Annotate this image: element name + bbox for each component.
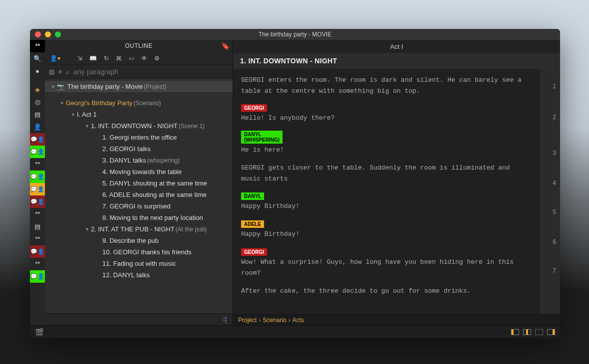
rail-person-icon[interactable]: 👤: [30, 121, 45, 133]
rail-chat-red-1[interactable]: 💬👤: [30, 133, 45, 146]
disclosure-icon[interactable]: ▼: [71, 112, 77, 117]
disclosure-icon[interactable]: ▼: [85, 227, 91, 232]
rail-chat-green-1[interactable]: 💬👤: [30, 146, 45, 158]
rail-clap2-icon[interactable]: ▤: [30, 220, 45, 233]
dialog-block-adele: ADELE Happy Birthday!: [241, 219, 532, 240]
filter-list-icon[interactable]: ▤: [49, 68, 54, 75]
scene2-meta: (At the pub): [176, 226, 207, 233]
tree-beat[interactable]: 5. DANYL shouting at the same time: [45, 178, 233, 189]
rail-chat-red-2[interactable]: 💬👤: [30, 195, 45, 208]
outline-header: OUTLINE 🔖: [45, 40, 233, 52]
tree-scene-2[interactable]: ▼ 2. INT. AT THE PUB - NIGHT (At the pub…: [45, 223, 233, 235]
rail-chat-green-3[interactable]: 💬👤: [30, 270, 45, 283]
titlebar: The birthday party - MOVIE: [30, 29, 560, 40]
rail-running-icon[interactable]: ᕯ: [30, 40, 45, 52]
script-body[interactable]: 1 2 3 4 5 6 7 GEORGI enters the room. Th…: [233, 69, 560, 314]
tree-beat[interactable]: 4. Moving towards the table: [45, 166, 233, 178]
tree-act[interactable]: ▼ I. Act 1: [45, 109, 233, 120]
editor-panel: Act I 1. INT. DOWNTOWN - NIGHT 1 2 3 4 5…: [233, 40, 560, 325]
project-label: The birthday party - Movie: [67, 83, 143, 90]
clapperboard-icon[interactable]: 🎬: [35, 328, 43, 336]
traffic-lights: [35, 31, 61, 37]
filter-lines-icon[interactable]: ≡: [58, 68, 62, 75]
window-body: ᕯ 🔍 ● ◈ ◎ ▤ 👤 💬👤 💬👤 ᕯ 💬👤 💬👤 💬👤 ᕯ ▤ ᕯ 💬👤 …: [30, 40, 560, 325]
view-mode-center[interactable]: [523, 329, 531, 335]
rail-running2-icon[interactable]: ᕯ: [30, 158, 45, 171]
tree-beat[interactable]: 11. Fading out with music: [45, 258, 233, 269]
crumb-project[interactable]: Project: [238, 317, 257, 324]
window-title: The birthday party - MOVIE: [30, 31, 560, 38]
outline-tree: ▼ 📷 The birthday party - Movie (Project)…: [45, 79, 233, 313]
rail-chat-green-2[interactable]: 💬👤: [30, 171, 45, 183]
tree-beat[interactable]: 3. DANYL talks(whispering): [45, 155, 233, 166]
left-icon-rail: ᕯ 🔍 ● ◈ ◎ ▤ 👤 💬👤 💬👤 ᕯ 💬👤 💬👤 💬👤 ᕯ ▤ ᕯ 💬👤 …: [30, 40, 45, 325]
rail-running5-icon[interactable]: ᕯ: [30, 258, 45, 270]
dialog-block-georgi-1: GEORGI Hello! Is anybody there?: [241, 103, 532, 124]
tree-scenario[interactable]: ▼ Georgi's Birthday Party (Scenario): [45, 97, 233, 109]
close-button[interactable]: [35, 31, 41, 37]
view-mode-left[interactable]: [511, 329, 519, 335]
rail-running3-icon[interactable]: ᕯ: [30, 208, 45, 220]
tree-project[interactable]: ▼ 📷 The birthday party - Movie (Project): [45, 81, 233, 92]
rail-clap-icon[interactable]: ▤: [30, 108, 45, 121]
rail-cube-icon[interactable]: ◈: [30, 83, 45, 96]
disclosure-icon[interactable]: ▼: [85, 124, 91, 129]
character-tag-georgi: GEORGI: [241, 248, 267, 256]
rail-target-icon[interactable]: ◎: [30, 96, 45, 108]
act-header: Act I: [233, 40, 560, 53]
rail-chat-red-3[interactable]: 💬👤: [30, 245, 45, 258]
tree-beat[interactable]: 8. Moving to the next party location: [45, 212, 233, 223]
character-tag-danyl: DANYL: [241, 192, 264, 200]
status-bar: 🎬: [30, 325, 560, 338]
toolbar-person-down-icon[interactable]: 👤▾: [50, 55, 60, 62]
outline-filter-row: ▤ ≡ ⌕: [45, 65, 233, 79]
tree-scene-1[interactable]: ▼ 1. INT. DOWNTOWN - NIGHT (Scene 1): [45, 120, 233, 132]
rail-search-icon[interactable]: 🔍: [30, 52, 45, 65]
rail-dot-icon[interactable]: ●: [30, 65, 45, 77]
tree-beat[interactable]: 1. Georgi enters the office: [45, 132, 233, 143]
toolbar-tree-icon[interactable]: ⇲: [77, 55, 82, 62]
tree-beat[interactable]: 12. DANYL talks: [45, 269, 233, 281]
dialog-block-danyl-2: DANYL Happy Birthday!: [241, 191, 532, 212]
rail-chat-orange[interactable]: 💬👤: [30, 183, 45, 195]
filter-input[interactable]: [73, 68, 229, 76]
scenario-meta: (Scenario): [133, 100, 161, 107]
zoom-button[interactable]: [55, 31, 61, 37]
toolbar-gear-icon[interactable]: ⚙: [154, 55, 160, 62]
outline-footer: ⢾: [45, 313, 233, 325]
toolbar-share-icon[interactable]: ⌘: [116, 55, 122, 62]
sliders-icon[interactable]: ⢾: [223, 316, 228, 323]
tree-beat[interactable]: 2. GEORGI talks: [45, 143, 233, 155]
tree-beat[interactable]: 9. Describe the pub: [45, 235, 233, 246]
view-mode-right[interactable]: [547, 329, 555, 335]
view-mode-none[interactable]: [535, 329, 543, 335]
script-content[interactable]: GEORGI enters the room. The room is dark…: [233, 69, 540, 314]
minimize-button[interactable]: [45, 31, 51, 37]
crumb-acts[interactable]: Acts: [293, 317, 304, 324]
toolbar-window-icon[interactable]: ▭: [129, 55, 134, 62]
filter-funnel-icon[interactable]: ⌕: [66, 68, 69, 75]
app-window: The birthday party - MOVIE ᕯ 🔍 ● ◈ ◎ ▤ 👤…: [30, 29, 560, 338]
bookmark-icon[interactable]: 🔖: [221, 42, 230, 50]
toolbar-refresh-icon[interactable]: ↻: [104, 55, 109, 62]
outline-toolbar: 👤▾ ⇲ 📖 ↻ ⌘ ▭ 👁 ⚙: [45, 52, 233, 65]
disclosure-icon[interactable]: ▼: [60, 101, 66, 106]
action-text: GEORGI gets closer to the table. Suddenl…: [241, 163, 532, 184]
tree-beat[interactable]: 6. ADELE shouting at the same time: [45, 189, 233, 200]
tree-beat[interactable]: 10. GEORGI thanks his friends: [45, 246, 233, 258]
tree-beat[interactable]: 7. GEORGI is surprised: [45, 200, 233, 212]
view-mode-icons: [511, 329, 555, 335]
scene1-label: 1. INT. DOWNTOWN - NIGHT: [91, 122, 178, 130]
breadcrumb: Project › Scenario › Acts: [233, 314, 560, 325]
rail-running4-icon[interactable]: ᕯ: [30, 233, 45, 245]
toolbar-book-icon[interactable]: 📖: [89, 55, 97, 62]
dialog-text: Happy Birthday!: [241, 201, 532, 212]
dialog-text: He is here!: [241, 145, 532, 156]
toolbar-eye-icon[interactable]: 👁: [141, 55, 147, 62]
character-tag-danyl: DANYL (WHISPERING): [241, 131, 283, 144]
disclosure-icon[interactable]: ▼: [51, 84, 57, 89]
camera-icon: 📷: [57, 83, 64, 90]
dialog-text: Happy Birthday!: [241, 229, 532, 240]
crumb-scenario[interactable]: Scenario: [263, 317, 286, 324]
action-text: GEORGI enters the room. The room is dark…: [241, 75, 532, 97]
